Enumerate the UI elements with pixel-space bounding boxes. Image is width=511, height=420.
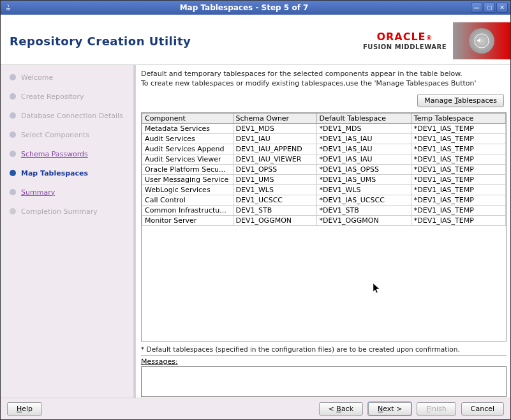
cell-c3[interactable]: *DEV1_MDS: [316, 123, 411, 133]
step-dot-icon: [10, 170, 16, 176]
fusion-middleware-text: FUSION MIDDLEWARE: [363, 43, 447, 51]
cell-c4[interactable]: *DEV1_IAS_TEMP: [411, 133, 505, 144]
cell-c1[interactable]: WebLogic Services: [142, 184, 233, 195]
cell-c1[interactable]: Common Infrastructu...: [142, 205, 233, 215]
cell-c2[interactable]: DEV1_IAU_VIEWER: [233, 154, 316, 164]
step-dot-icon: [10, 131, 16, 138]
wizard-step-3: Select Components: [1, 129, 133, 140]
cell-c4[interactable]: *DEV1_IAS_TEMP: [411, 215, 505, 225]
cell-c3[interactable]: *DEV1_OGGMON: [316, 215, 411, 225]
header: Repository Creation Utility ORACLE® FUSI…: [1, 15, 510, 65]
cell-c1[interactable]: Audit Services Append: [142, 144, 233, 154]
cell-c2[interactable]: DEV1_OGGMON: [233, 215, 316, 225]
step-dot-icon: [10, 112, 16, 119]
table-row[interactable]: Oracle Platform Secu...DEV1_OPSS*DEV1_IA…: [142, 164, 506, 174]
cell-c4[interactable]: *DEV1_IAS_TEMP: [411, 195, 505, 205]
cell-c2[interactable]: DEV1_UMS: [233, 174, 316, 184]
cell-c4[interactable]: *DEV1_IAS_TEMP: [411, 205, 505, 215]
app-title: Repository Creation Utility: [10, 34, 191, 48]
close-button[interactable]: ✕: [496, 3, 508, 13]
brand-stripe-icon: [469, 28, 494, 54]
cell-c2[interactable]: DEV1_IAU: [233, 133, 316, 144]
col-default-tablespace[interactable]: Default Tablespace: [316, 113, 411, 123]
step-label: Map Tablespaces: [21, 169, 88, 177]
wizard-step-5: Map Tablespaces: [1, 167, 133, 179]
col-schema-owner[interactable]: Schema Owner: [233, 113, 316, 123]
cell-c3[interactable]: *DEV1_STB: [316, 205, 411, 215]
minimize-button[interactable]: —: [471, 3, 482, 13]
wizard-step-6[interactable]: Summary: [1, 186, 133, 198]
finish-button: Finish: [417, 402, 455, 416]
table-row[interactable]: Audit Services ViewerDEV1_IAU_VIEWER*DEV…: [142, 154, 506, 164]
table-row[interactable]: Metadata ServicesDEV1_MDS*DEV1_MDS*DEV1_…: [142, 123, 506, 133]
cell-c4[interactable]: *DEV1_IAS_TEMP: [411, 154, 505, 164]
manage-tablespaces-button[interactable]: Manage Tablespaces: [417, 94, 504, 107]
cell-c2[interactable]: DEV1_MDS: [233, 123, 316, 133]
brand-stripe: [453, 22, 510, 59]
table-row[interactable]: Call ControlDEV1_UCSCC*DEV1_IAS_UCSCC*DE…: [142, 195, 506, 205]
content-panel: Default and temporary tablespaces for th…: [133, 65, 510, 398]
tablespace-table[interactable]: Component Schema Owner Default Tablespac…: [141, 112, 507, 341]
cell-c2[interactable]: DEV1_OPSS: [233, 164, 316, 174]
step-label: Welcome: [21, 73, 53, 82]
step-label: Select Components: [21, 131, 89, 139]
table-row[interactable]: Monitor ServerDEV1_OGGMON*DEV1_OGGMON*DE…: [142, 215, 506, 225]
cell-c3[interactable]: *DEV1_WLS: [316, 184, 411, 195]
titlebar: Map Tablespaces - Step 5 of 7 — ▢ ✕: [1, 1, 510, 15]
cell-c2[interactable]: DEV1_WLS: [233, 184, 316, 195]
step-label: Completion Summary: [21, 207, 98, 216]
wizard-step-7: Completion Summary: [1, 206, 133, 217]
instruction-line: To create new tablespaces or modify exis…: [141, 79, 507, 88]
col-component[interactable]: Component: [142, 113, 233, 123]
messages-label: Messages:: [141, 356, 507, 366]
cell-c4[interactable]: *DEV1_IAS_TEMP: [411, 184, 505, 195]
col-temp-tablespace[interactable]: Temp Tablespace: [411, 113, 505, 123]
oracle-logo-text: ORACLE®: [363, 31, 447, 43]
wizard-sidebar: WelcomeCreate RepositoryDatabase Connect…: [1, 65, 133, 398]
cell-c1[interactable]: Metadata Services: [142, 123, 233, 133]
cancel-button[interactable]: Cancel: [461, 402, 504, 416]
instruction-line: Default and temporary tablespaces for th…: [141, 69, 507, 79]
cell-c2[interactable]: DEV1_IAU_APPEND: [233, 144, 316, 154]
table-row[interactable]: Common Infrastructu...DEV1_STB*DEV1_STB*…: [142, 205, 506, 215]
cell-c1[interactable]: Oracle Platform Secu...: [142, 164, 233, 174]
step-dot-icon: [10, 208, 16, 214]
cell-c3[interactable]: *DEV1_IAS_IAU: [316, 144, 411, 154]
table-row[interactable]: Audit ServicesDEV1_IAU*DEV1_IAS_IAU*DEV1…: [142, 133, 506, 144]
cell-c4[interactable]: *DEV1_IAS_TEMP: [411, 174, 505, 184]
table-header-row: Component Schema Owner Default Tablespac…: [142, 113, 506, 123]
table-row[interactable]: Audit Services AppendDEV1_IAU_APPEND*DEV…: [142, 144, 506, 154]
cell-c1[interactable]: Audit Services: [142, 133, 233, 144]
step-dot-icon: [10, 93, 16, 100]
cell-c2[interactable]: DEV1_UCSCC: [233, 195, 316, 205]
step-label: Create Repository: [21, 93, 84, 101]
cell-c3[interactable]: *DEV1_IAS_OPSS: [316, 164, 411, 174]
app-window: Map Tablespaces - Step 5 of 7 — ▢ ✕ Repo…: [0, 0, 511, 420]
brand-area: ORACLE® FUSION MIDDLEWARE: [363, 22, 510, 59]
table-row[interactable]: WebLogic ServicesDEV1_WLS*DEV1_WLS*DEV1_…: [142, 184, 506, 195]
cell-c3[interactable]: *DEV1_IAS_IAU: [316, 133, 411, 144]
step-label: Database Connection Details: [21, 112, 123, 120]
cell-c4[interactable]: *DEV1_IAS_TEMP: [411, 144, 505, 154]
cell-c1[interactable]: User Messaging Service: [142, 174, 233, 184]
cell-c1[interactable]: Audit Services Viewer: [142, 154, 233, 164]
cell-c1[interactable]: Monitor Server: [142, 215, 233, 225]
table-empty-area: [142, 226, 506, 341]
body: WelcomeCreate RepositoryDatabase Connect…: [1, 65, 510, 398]
cell-c3[interactable]: *DEV1_IAS_UMS: [316, 174, 411, 184]
cell-c4[interactable]: *DEV1_IAS_TEMP: [411, 164, 505, 174]
cell-c4[interactable]: *DEV1_IAS_TEMP: [411, 123, 505, 133]
messages-area[interactable]: [141, 366, 507, 397]
wizard-step-4[interactable]: Schema Passwords: [1, 148, 133, 160]
back-button[interactable]: < Back: [319, 402, 363, 416]
cell-c3[interactable]: *DEV1_IAS_UCSCC: [316, 195, 411, 205]
help-button[interactable]: Help: [7, 402, 42, 416]
cell-c1[interactable]: Call Control: [142, 195, 233, 205]
next-button[interactable]: Next >: [368, 402, 411, 416]
maximize-button[interactable]: ▢: [484, 3, 495, 13]
cell-c2[interactable]: DEV1_STB: [233, 205, 316, 215]
step-dot-icon: [10, 151, 16, 157]
step-dot-icon: [10, 74, 16, 80]
cell-c3[interactable]: *DEV1_IAS_IAU: [316, 154, 411, 164]
table-row[interactable]: User Messaging ServiceDEV1_UMS*DEV1_IAS_…: [142, 174, 506, 184]
